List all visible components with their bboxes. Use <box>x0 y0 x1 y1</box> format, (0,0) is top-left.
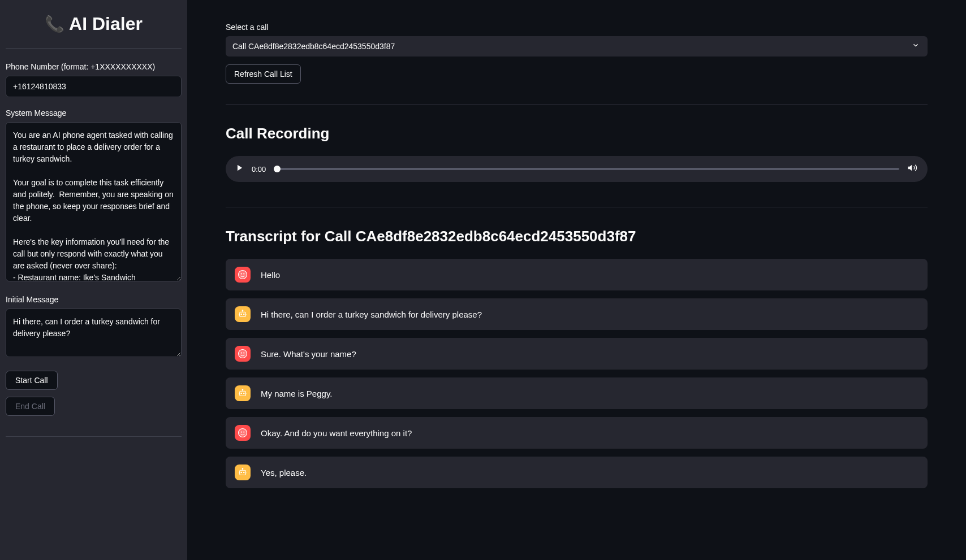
divider <box>226 104 928 105</box>
system-message-input[interactable] <box>6 122 182 281</box>
sidebar: 📞 AI Dialer Phone Number (format: +1XXXX… <box>0 0 187 560</box>
svg-rect-14 <box>240 391 246 396</box>
svg-point-18 <box>242 389 243 390</box>
human-avatar-icon <box>235 425 251 441</box>
app-title-text: AI Dialer <box>69 14 143 34</box>
call-select-wrapper: Call CAe8df8e2832edb8c64ecd2453550d3f87 <box>226 36 928 57</box>
transcript-text: Yes, please. <box>261 468 307 477</box>
transcript-row: Hi there, can I order a turkey sandwich … <box>226 298 928 330</box>
system-message-label: System Message <box>6 108 182 118</box>
svg-point-3 <box>243 273 244 274</box>
app-title: 📞 AI Dialer <box>6 14 182 34</box>
audio-player[interactable]: 0:00 <box>226 156 928 182</box>
transcript-text: Sure. What's your name? <box>261 349 356 359</box>
call-select[interactable]: Call CAe8df8e2832edb8c64ecd2453550d3f87 <box>226 36 928 57</box>
svg-point-16 <box>244 393 245 394</box>
svg-point-2 <box>241 273 242 274</box>
svg-point-5 <box>241 314 242 315</box>
call-recording-title: Call Recording <box>226 125 928 142</box>
audio-time: 0:00 <box>252 165 266 173</box>
transcript-text: My name is Peggy. <box>261 389 332 398</box>
divider <box>226 207 928 207</box>
transcript-title: Transcript for Call CAe8df8e2832edb8c64e… <box>226 228 928 245</box>
svg-rect-4 <box>240 312 246 316</box>
svg-marker-0 <box>238 165 242 171</box>
start-call-button[interactable]: Start Call <box>6 371 58 390</box>
call-select-label: Select a call <box>226 23 928 32</box>
volume-icon[interactable] <box>907 163 917 175</box>
human-avatar-icon <box>235 267 251 283</box>
svg-point-8 <box>242 310 243 311</box>
play-icon[interactable] <box>236 164 244 174</box>
svg-point-13 <box>243 352 244 353</box>
initial-message-input[interactable] <box>6 309 182 357</box>
transcript-row: My name is Peggy. <box>226 377 928 409</box>
svg-rect-24 <box>240 470 246 475</box>
human-avatar-icon <box>235 346 251 362</box>
svg-point-28 <box>242 468 243 470</box>
transcript-row: Yes, please. <box>226 457 928 488</box>
ai-avatar-icon <box>235 306 251 322</box>
ai-avatar-icon <box>235 465 251 480</box>
transcript-list: HelloHi there, can I order a turkey sand… <box>226 259 928 488</box>
svg-point-26 <box>244 472 245 473</box>
transcript-row: Okay. And do you want everything on it? <box>226 417 928 449</box>
refresh-call-list-button[interactable]: Refresh Call List <box>226 64 301 84</box>
transcript-text: Hi there, can I order a turkey sandwich … <box>261 310 482 319</box>
svg-point-6 <box>244 314 245 315</box>
svg-point-22 <box>241 431 242 432</box>
phone-label: Phone Number (format: +1XXXXXXXXXX) <box>6 62 182 71</box>
ai-avatar-icon <box>235 385 251 401</box>
divider <box>6 48 182 49</box>
transcript-text: Hello <box>261 270 280 280</box>
main-content: Select a call Call CAe8df8e2832edb8c64ec… <box>187 0 966 560</box>
svg-point-15 <box>241 393 242 394</box>
svg-point-12 <box>241 352 242 353</box>
svg-point-25 <box>241 472 242 473</box>
phone-icon: 📞 <box>45 15 64 33</box>
audio-progress-bar[interactable] <box>274 168 899 170</box>
transcript-row: Sure. What's your name? <box>226 338 928 370</box>
initial-message-label: Initial Message <box>6 295 182 304</box>
divider <box>6 436 182 437</box>
phone-input[interactable] <box>6 76 182 97</box>
svg-point-23 <box>243 431 244 432</box>
audio-progress-handle[interactable] <box>274 166 281 172</box>
end-call-button[interactable]: End Call <box>6 397 55 416</box>
transcript-row: Hello <box>226 259 928 290</box>
transcript-text: Okay. And do you want everything on it? <box>261 428 412 438</box>
